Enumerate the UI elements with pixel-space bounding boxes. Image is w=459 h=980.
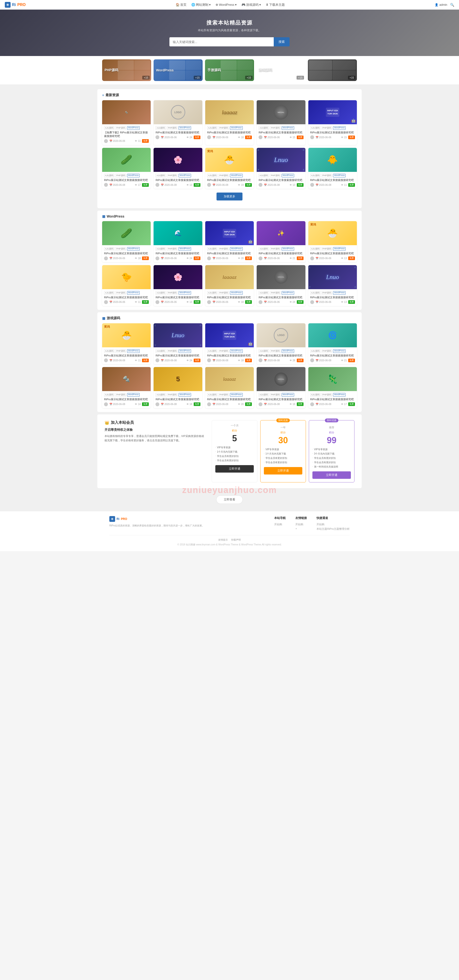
game-r2c2-img: 5 bbox=[176, 375, 180, 383]
avatar bbox=[207, 183, 211, 187]
more-button[interactable]: 立即查看 bbox=[216, 495, 243, 504]
plan-btn-2[interactable]: 立即开通 bbox=[264, 467, 302, 474]
card-item[interactable]: 🐥 AJU源码 PHP源码 WordPress RiPro展示站测试文章搜索搜搜… bbox=[308, 148, 357, 189]
tag-php: PHP源码 bbox=[167, 349, 178, 353]
free-badge: 免费 bbox=[245, 135, 252, 139]
search-input[interactable] bbox=[170, 37, 274, 46]
card-item[interactable]: 🥒 AJU源码 PHP源码 WordPress RiPro展示站测试文章搜索搜搜… bbox=[102, 148, 151, 189]
footer-link-add[interactable]: + bbox=[295, 527, 307, 530]
tag-php: PHP源码 bbox=[322, 349, 332, 353]
nav-wp-label: WordPress bbox=[219, 3, 234, 6]
cat-wp[interactable]: WordPress +15 bbox=[154, 59, 203, 81]
card-item[interactable]: MEDAL AJU源码PHP源码WordPress RiPro展示站测试文章搜索… bbox=[257, 367, 305, 408]
card-item[interactable]: 🔩 AJU源码 PHP源码 WordPress 【免费下载】RiPro展示站测试… bbox=[102, 100, 151, 145]
footer-link-item[interactable]: 开始购 bbox=[295, 522, 307, 527]
card-item[interactable]: INPUT EDITOR SKIN 🤖 AJU源码PHP源码WordPress … bbox=[205, 221, 254, 262]
cat-php[interactable]: PHP源码 +15 bbox=[102, 59, 151, 81]
footer-quick-item[interactable]: 开始购 bbox=[316, 522, 349, 527]
plan-btn-3[interactable]: 立即开通 bbox=[313, 471, 351, 479]
card-item[interactable]: LOGO AJU源码 PHP源码 WordPress RiPro展示站测试文章搜… bbox=[154, 100, 202, 145]
card-meta: 📅 2020-06-06 👁 24免费 bbox=[259, 300, 303, 304]
card-item[interactable]: 🥒 AJU源码PHP源码WordPress RiPro展示站测试文章搜索搜搜研究… bbox=[102, 221, 151, 262]
cat-extra[interactable]: +15 bbox=[308, 59, 357, 81]
free-badge: 免费 bbox=[297, 402, 303, 406]
free-badge: 免费 bbox=[245, 183, 252, 187]
card-item[interactable]: Lnuo L O V E AJU源码PHP源码WordPress RiPro展示… bbox=[154, 323, 202, 364]
cat-mobile[interactable]: 手游源码 +15 bbox=[205, 59, 254, 81]
card-item[interactable]: 黄鸡 🐣 AJU源码PHP源码WordPress RiPro展示站测试文章搜索搜… bbox=[102, 323, 151, 364]
card-tags: AJU源码PHP源码WordPress bbox=[259, 393, 303, 397]
card-item[interactable]: 🌀 AJU源码PHP源码WordPress RiPro展示站测试文章搜索搜搜研究… bbox=[308, 323, 357, 364]
admin-button[interactable]: 👤 admin bbox=[435, 3, 447, 6]
card-item[interactable]: 🦎 AJU源码PHP源码WordPress RiPro展示站测试文章搜索搜搜研究… bbox=[308, 367, 357, 408]
membership-inner: 👑 加入本站会员 开启尊贵特权之体验 本站拥有独特的专享专享，普通会员只能按照网… bbox=[105, 420, 354, 482]
card-meta: 📅 2020-06-06 👁 21免费 bbox=[259, 256, 303, 260]
love-script-img: Lnuo bbox=[274, 156, 288, 164]
search-button[interactable]: 搜索 bbox=[274, 37, 289, 46]
cat-php-count: +15 bbox=[142, 76, 150, 80]
view-count: 👁 18 bbox=[186, 403, 192, 406]
card-item[interactable]: 黄鸡 🐣 AJU源码 PHP源码 WordPress RiPro展示站测试文章搜… bbox=[205, 148, 254, 189]
card-item[interactable]: LOGO AJU源码PHP源码WordPress RiPro展示站测试文章搜索搜… bbox=[257, 323, 305, 364]
card-item[interactable]: 🌊 AJU源码PHP源码WordPress RiPro展示站测试文章搜索搜搜研究… bbox=[154, 221, 202, 262]
view-count: 👁 21 bbox=[289, 257, 295, 259]
footer-nav-item[interactable]: 开始购 bbox=[274, 522, 286, 527]
card-item[interactable]: laaaaz AJU源码PHP源码WordPress RiPro展示站测试文章搜… bbox=[205, 367, 254, 408]
card-item[interactable]: 黄鸡 🐣 AJU源码PHP源码WordPress RiPro展示站测试文章搜索搜… bbox=[308, 221, 357, 262]
site-logo[interactable]: RiPRO bbox=[5, 2, 26, 8]
card-title: RiPro展示站测试文章搜索搜搜研究吧 bbox=[310, 178, 355, 182]
tag-wp: WordPress bbox=[230, 126, 243, 130]
search-icon[interactable]: 🔍 bbox=[450, 3, 454, 7]
plan-feature: 学生会员有更好折扣 bbox=[264, 456, 302, 460]
card-tags: AJU源码 PHP源码 WordPress bbox=[207, 126, 252, 130]
card-item[interactable]: INPUT EDITOR SKIN 🤖 AJU源码PHP源码WordPress … bbox=[205, 323, 254, 364]
cat-game[interactable]: 游戏源码 +15 bbox=[256, 59, 305, 81]
nav-wordpress[interactable]: ⊕ WordPress ▾ bbox=[216, 3, 237, 6]
card-item[interactable]: laaaaz AJU源码PHP源码WordPress RiPro展示站测试文章搜… bbox=[205, 265, 254, 306]
hero-title: 搜索本站精品资源 bbox=[5, 19, 454, 27]
card-item[interactable]: MEDAL AJU源码PHP源码WordPress RiPro展示站测试文章搜索… bbox=[257, 265, 305, 306]
footer-link-reprint[interactable]: 转载声明 bbox=[231, 538, 241, 542]
footer-logo-ri: Ri bbox=[116, 517, 119, 521]
card-title: RiPro展示站测试文章搜索搜搜研究吧 bbox=[104, 296, 149, 299]
card-item[interactable]: 🔩 AJU源码PHP源码WordPress RiPro展示站测试文章搜索搜搜研究… bbox=[102, 367, 151, 408]
nav-download[interactable]: ⬇ 下载本主题 bbox=[266, 3, 285, 7]
card-item[interactable]: MEDAL AJU源码 PHP源码 WordPress RiPro展示站测试文章… bbox=[257, 100, 305, 145]
game-input-text: INPUT EDITOR SKIN bbox=[223, 331, 237, 340]
load-more-button[interactable]: 加载更多 bbox=[216, 192, 243, 200]
nav-website[interactable]: 🌐 网站测制 ▾ bbox=[191, 3, 211, 7]
card-item[interactable]: 🌸 AJU源码 PHP源码 WordPress RiPro展示站测试文章搜索搜搜… bbox=[154, 148, 202, 189]
plan-duration-1: 一个月 bbox=[215, 424, 254, 427]
footer-quick-theme[interactable]: 本站主题RiPro主题整理分析 bbox=[316, 527, 349, 531]
footer-col-title-2: 友情链接 bbox=[295, 516, 307, 520]
card-item[interactable]: 🐤 AJU源码PHP源码WordPress RiPro展示站测试文章搜索搜搜研究… bbox=[102, 265, 151, 306]
card-title: RiPro展示站测试文章搜索搜搜研究吧 bbox=[259, 296, 303, 299]
free-badge: 免费 bbox=[194, 183, 200, 187]
card-item[interactable]: ✨ AJU源码PHP源码WordPress RiPro展示站测试文章搜索搜搜研究… bbox=[257, 221, 305, 262]
card-item[interactable]: 5 AJU源码PHP源码WordPress RiPro展示站测试文章搜索搜搜研究… bbox=[154, 367, 202, 408]
card-item[interactable]: laaaaz AJU源码 PHP源码 WordPress RiPro展示站测试文… bbox=[205, 100, 254, 145]
tag-aju: AJU源码 bbox=[207, 393, 218, 397]
view-count: 👁 17 bbox=[135, 184, 141, 186]
card-item[interactable]: Lnuo L O V E AJU源码PHP源码WordPress RiPro展示… bbox=[308, 265, 357, 306]
nav-home[interactable]: 🏠 首页 bbox=[176, 3, 186, 7]
view-count: 👁 24 bbox=[289, 301, 295, 303]
footer-col-title-1: 本站导航 bbox=[274, 516, 286, 520]
game-robot-icon: 🤖 bbox=[248, 341, 253, 346]
card-item[interactable]: Lnuo L O V E AJU源码 PHP源码 WordPress RiPro… bbox=[257, 148, 305, 189]
card-item[interactable]: 🌸 AJU源码PHP源码WordPress RiPro展示站测试文章搜索搜搜研究… bbox=[154, 265, 202, 306]
tag-wp: WordPress bbox=[230, 393, 243, 397]
hero-subtitle: 本站所有资源均为风格质量资源，各种资源下载。 bbox=[5, 29, 454, 32]
plan-vip: 限时优惠 推荐 积分 99 VIP专享资源 3个月充内无限下载 学生会员有更好折… bbox=[309, 420, 354, 482]
card-meta: 📅 2020-06-06 👁 13免费 bbox=[310, 256, 355, 260]
card-item[interactable]: INPUT EDITOR SKIN 🤖 AJU源码 PHP源码 WordPres… bbox=[308, 100, 357, 145]
nav-game[interactable]: 🎮 游戏源码 ▾ bbox=[241, 3, 261, 7]
plan-btn-1[interactable]: 立即开通 bbox=[215, 465, 254, 473]
footer-link-notice[interactable]: 友情提示 bbox=[218, 538, 228, 542]
free-badge: 免费 bbox=[142, 300, 149, 304]
plan-label-1: 积分 bbox=[215, 429, 254, 433]
card-thumbnail: 🔩 bbox=[102, 367, 151, 391]
free-badge: 免费 bbox=[142, 183, 149, 187]
card-tags: AJU源码 PHP源码 WordPress bbox=[259, 174, 303, 177]
avatar bbox=[156, 183, 159, 187]
